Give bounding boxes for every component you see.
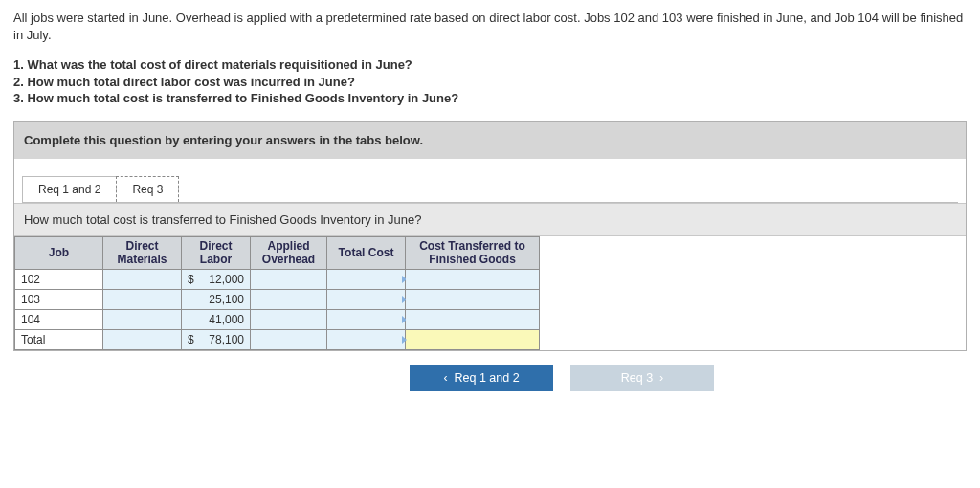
cell-cost-transferred[interactable] (406, 270, 540, 290)
cell-cost-transferred[interactable] (406, 290, 540, 310)
tab-req-1-and-2[interactable]: Req 1 and 2 (22, 176, 117, 202)
cost-table: Job DirectMaterials DirectLabor AppliedO… (14, 236, 540, 351)
cell-cost-transferred-total[interactable] (406, 330, 540, 350)
cell-direct-labor[interactable]: 25,100 (182, 290, 251, 310)
cell-applied-overhead[interactable] (251, 310, 327, 330)
cell-applied-overhead[interactable] (251, 270, 327, 290)
next-label: Req 3 (621, 371, 653, 385)
cell-cost-transferred[interactable] (406, 310, 540, 330)
cell-direct-labor[interactable]: 41,000 (182, 310, 251, 330)
question-2: 2. How much total direct labor cost was … (13, 75, 355, 89)
cell-total-cost[interactable] (327, 330, 406, 350)
cell-job: Total (15, 330, 103, 350)
header-direct-materials: DirectMaterials (103, 236, 182, 270)
table-row: 103 25,100 (15, 290, 540, 310)
cell-direct-materials[interactable] (103, 290, 182, 310)
table-row: 102 $ 12,000 (15, 270, 540, 290)
instruction-bar: Complete this question by entering your … (14, 122, 966, 159)
header-total-cost: Total Cost (327, 236, 406, 270)
header-cost-transferred: Cost Transferred toFinished Goods (406, 236, 540, 270)
tab-req-3[interactable]: Req 3 (116, 176, 179, 202)
cell-direct-materials[interactable] (103, 310, 182, 330)
next-button[interactable]: Req 3 › (570, 365, 714, 391)
header-job: Job (15, 236, 103, 270)
prev-label: Req 1 and 2 (455, 371, 520, 385)
nav-buttons: ‹ Req 1 and 2 Req 3 › (13, 365, 967, 391)
currency-symbol: $ (188, 333, 199, 346)
cell-total-cost[interactable] (327, 270, 406, 290)
cell-applied-overhead[interactable] (251, 290, 327, 310)
cell-applied-overhead[interactable] (251, 330, 327, 350)
chevron-right-icon: › (659, 371, 663, 385)
question-1: 1. What was the total cost of direct mat… (13, 57, 412, 72)
cell-total-cost[interactable] (327, 310, 406, 330)
header-direct-labor: DirectLabor (182, 236, 251, 270)
question-3: 3. How much total cost is transferred to… (13, 91, 458, 105)
currency-symbol: $ (188, 273, 199, 286)
direct-labor-value: 12,000 (199, 273, 244, 286)
cell-direct-materials[interactable] (103, 270, 182, 290)
prev-button[interactable]: ‹ Req 1 and 2 (410, 365, 553, 391)
cell-job: 102 (15, 270, 103, 290)
cell-direct-labor[interactable]: $ 78,100 (182, 330, 251, 350)
cell-direct-labor[interactable]: $ 12,000 (182, 270, 251, 290)
cell-total-cost[interactable] (327, 290, 406, 310)
table-row-total: Total $ 78,100 (15, 330, 540, 350)
table-row: 104 41,000 (15, 310, 540, 330)
answer-panel: Complete this question by entering your … (13, 121, 967, 352)
cell-job: 104 (15, 310, 103, 330)
chevron-left-icon: ‹ (443, 371, 447, 385)
direct-labor-value: 25,100 (199, 293, 244, 306)
cell-direct-materials[interactable] (103, 330, 182, 350)
question-list: 1. What was the total cost of direct mat… (13, 56, 967, 107)
tabs-row: Req 1 and 2 Req 3 (14, 159, 966, 203)
cell-job: 103 (15, 290, 103, 310)
direct-labor-value: 41,000 (199, 313, 244, 326)
caret-icon (402, 336, 407, 344)
header-applied-overhead: AppliedOverhead (251, 236, 327, 270)
panel-question: How much total cost is transferred to Fi… (14, 203, 966, 236)
direct-labor-value: 78,100 (199, 333, 244, 346)
intro-text: All jobs were started in June. Overhead … (13, 10, 967, 43)
